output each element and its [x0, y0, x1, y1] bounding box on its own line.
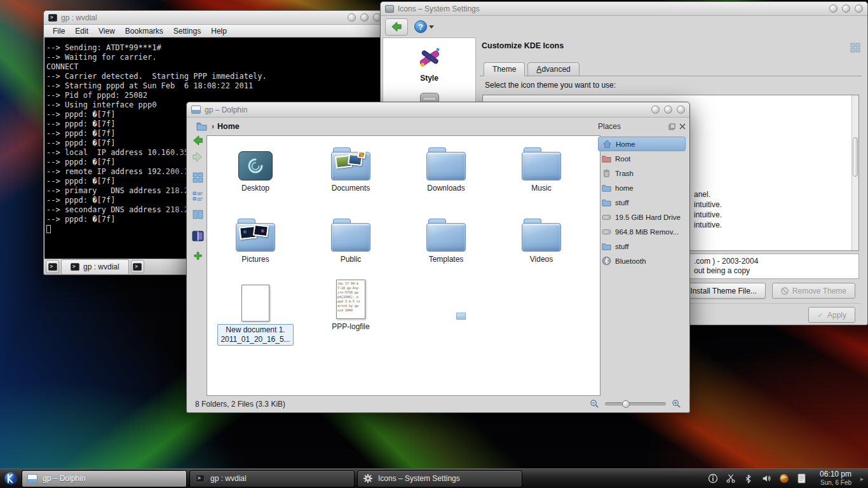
- zoom-slider-handle[interactable]: [622, 400, 630, 408]
- close-tab-button[interactable]: [131, 260, 144, 273]
- hard-drive-icon: [601, 212, 611, 222]
- place-root[interactable]: Root: [598, 151, 686, 166]
- columns-view-button[interactable]: [193, 209, 203, 220]
- folder-item[interactable]: Pictures: [217, 212, 294, 264]
- page-title: Customize KDE Icons: [482, 41, 564, 50]
- maximize-button[interactable]: [842, 4, 850, 13]
- breadcrumb-root-button[interactable]: [194, 120, 208, 133]
- apply-button[interactable]: ✓ Apply: [808, 307, 855, 323]
- apply-icon: ✓: [817, 311, 824, 320]
- taskbar-clock[interactable]: 06:10 pm Sun, 6 Feb: [816, 470, 855, 487]
- minimize-button[interactable]: [651, 105, 660, 114]
- forward-button[interactable]: [191, 151, 204, 163]
- menu-edit[interactable]: Edit: [70, 25, 93, 37]
- konsole-window-title: gp : wvdial: [61, 13, 97, 22]
- menu-bookmarks[interactable]: Bookmarks: [120, 25, 168, 37]
- bluetooth-icon[interactable]: [743, 473, 754, 484]
- close-button[interactable]: [677, 105, 685, 114]
- dolphin-titlebar[interactable]: gp – Dolphin: [187, 102, 689, 118]
- close-panel-icon[interactable]: [679, 123, 686, 130]
- sidebar-item-style[interactable]: Style: [383, 38, 475, 83]
- place-hard-drive[interactable]: 19.5 GiB Hard Drive: [598, 210, 686, 224]
- scrollbar[interactable]: [851, 95, 858, 250]
- remove-icon: [781, 287, 789, 295]
- zoom-slider[interactable]: [605, 402, 666, 405]
- folder-item[interactable]: Downloads: [408, 141, 484, 193]
- device-notifier-icon[interactable]: [707, 473, 719, 484]
- scrollbar-thumb[interactable]: [853, 137, 858, 177]
- breadcrumb-home[interactable]: Home: [217, 122, 240, 131]
- icons-view-button[interactable]: [193, 172, 203, 183]
- folder-item[interactable]: Videos: [503, 212, 580, 264]
- network-icon[interactable]: [778, 473, 790, 484]
- folder-item[interactable]: Public: [313, 212, 389, 264]
- tab-advanced[interactable]: Advanced: [527, 62, 579, 76]
- folder-label: Templates: [408, 255, 484, 264]
- task-konsole[interactable]: gp : wvdial: [189, 470, 355, 487]
- install-theme-button[interactable]: Install Theme File...: [681, 283, 765, 299]
- folder-label: Desktop: [217, 184, 294, 193]
- tab-theme[interactable]: Theme: [484, 62, 525, 76]
- chevron-down-icon: [429, 25, 434, 29]
- place-removable-drive[interactable]: 964.8 MiB Remov...: [598, 224, 686, 239]
- float-panel-icon[interactable]: [668, 123, 675, 130]
- menu-file[interactable]: File: [48, 25, 70, 37]
- terminal-line: --> Pid of pppd: 25082: [46, 91, 383, 100]
- konsole-tab[interactable]: gp : wvdial: [61, 259, 129, 274]
- folder-item[interactable]: Music: [503, 141, 580, 193]
- terminal-icon: [48, 14, 57, 22]
- place-home-folder[interactable]: home: [598, 180, 686, 195]
- klipper-icon[interactable]: [725, 473, 736, 484]
- back-arrow-icon: [390, 21, 403, 32]
- zoom-in-icon[interactable]: [672, 399, 681, 409]
- folder-label: Music: [503, 184, 580, 193]
- task-dolphin[interactable]: gp – Dolphin: [22, 470, 187, 487]
- file-item-selected[interactable]: New document 1. 2011_01_20_16_5...: [217, 280, 294, 346]
- minimize-button[interactable]: [348, 13, 356, 22]
- kickoff-launcher-icon[interactable]: [2, 470, 19, 487]
- details-view-button[interactable]: [193, 191, 203, 201]
- minimize-button[interactable]: [829, 4, 837, 13]
- konsole-menubar: File Edit View Bookmarks Settings Help: [44, 25, 386, 37]
- settings-tabs: Theme Advanced: [484, 62, 582, 76]
- place-bluetooth[interactable]: Bluetooth: [598, 254, 686, 268]
- file-label: New document 1. 2011_01_20_16_5...: [217, 324, 293, 346]
- place-trash[interactable]: Trash: [598, 166, 686, 180]
- menu-help[interactable]: Help: [206, 25, 232, 37]
- clipboard-icon[interactable]: [796, 473, 808, 484]
- maximize-button[interactable]: [664, 105, 672, 114]
- zoom-out-icon[interactable]: [590, 399, 599, 409]
- close-button[interactable]: [855, 4, 863, 13]
- document-icon: [241, 285, 269, 322]
- terminal-icon: [48, 263, 57, 271]
- remove-theme-button[interactable]: Remove Theme: [772, 283, 855, 299]
- help-button[interactable]: ?: [414, 20, 434, 33]
- menu-settings[interactable]: Settings: [168, 25, 206, 37]
- dolphin-file-view[interactable]: Desktop Documents Downloads Music: [207, 135, 600, 396]
- folder-item[interactable]: Desktop: [217, 141, 294, 193]
- public-folder-icon: [331, 219, 370, 252]
- maximize-button[interactable]: [360, 13, 369, 22]
- add-button[interactable]: [193, 251, 203, 261]
- settings-titlebar[interactable]: Icons – System Settings: [381, 2, 867, 16]
- new-tab-button[interactable]: [46, 260, 59, 273]
- sidebar-item-label: Style: [383, 74, 475, 83]
- volume-icon[interactable]: [761, 473, 772, 484]
- panel-toolbox-icon[interactable]: ▸: [858, 470, 866, 487]
- konsole-titlebar[interactable]: gp : wvdial: [44, 11, 386, 25]
- split-view-button[interactable]: [192, 230, 204, 242]
- icon-sizes-grid-icon[interactable]: [850, 43, 860, 53]
- task-system-settings[interactable]: Icons – System Settings: [357, 470, 522, 487]
- place-stuff-2[interactable]: stuff: [598, 239, 686, 254]
- file-item[interactable]: Jan 17 09:4 7:18 gp-Asp ire-5738 pp pd[1…: [313, 277, 389, 331]
- back-button[interactable]: [191, 134, 204, 147]
- thumbnail-artifact: [456, 313, 466, 320]
- terminal-icon: [133, 263, 142, 271]
- folder-item[interactable]: Documents: [313, 141, 389, 193]
- back-button[interactable]: [385, 18, 408, 36]
- place-stuff[interactable]: stuff: [598, 195, 686, 210]
- folder-item[interactable]: Templates: [408, 212, 484, 264]
- place-home[interactable]: Home: [598, 137, 686, 151]
- konsole-tab-label: gp : wvdial: [83, 262, 119, 271]
- menu-view[interactable]: View: [93, 25, 120, 37]
